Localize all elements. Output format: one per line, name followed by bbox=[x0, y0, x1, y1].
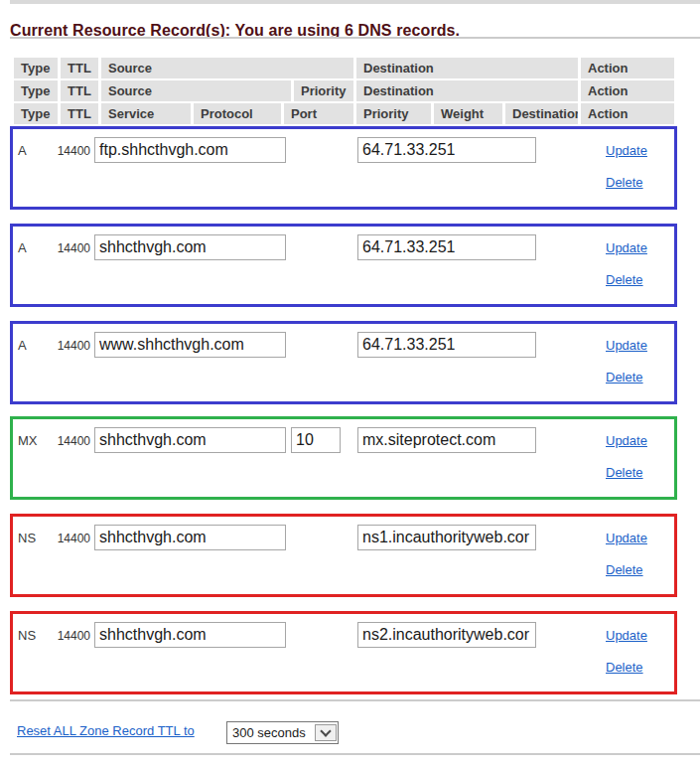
col-header-service: Service bbox=[101, 103, 191, 124]
header-row-mx: Type TTL Source Priority Destination Act… bbox=[14, 80, 674, 101]
col-header-type: Type bbox=[14, 80, 58, 101]
record-destination-input[interactable] bbox=[357, 427, 536, 453]
record-source-input[interactable] bbox=[94, 332, 286, 358]
dns-record: NS 14400 Update Delete bbox=[10, 514, 677, 597]
delete-link[interactable]: Delete bbox=[606, 175, 643, 190]
ttl-select-value: 300 seconds bbox=[227, 725, 306, 740]
record-ttl-label: 14400 bbox=[41, 434, 90, 448]
update-link[interactable]: Update bbox=[606, 143, 647, 158]
delete-link[interactable]: Delete bbox=[606, 562, 643, 577]
record-source-input[interactable] bbox=[94, 234, 286, 260]
col-header-priority: Priority bbox=[356, 103, 431, 124]
record-source-input[interactable] bbox=[94, 622, 286, 648]
header-row-simple: Type TTL Source Destination Action bbox=[14, 58, 674, 78]
col-header-action: Action bbox=[581, 58, 674, 78]
col-header-port: Port bbox=[284, 103, 353, 124]
record-type-label: A bbox=[18, 143, 27, 158]
record-source-input[interactable] bbox=[94, 137, 286, 163]
ttl-select[interactable]: 300 seconds bbox=[226, 721, 339, 744]
col-header-source: Source bbox=[101, 58, 353, 78]
col-header-type: Type bbox=[14, 58, 58, 78]
title-divider bbox=[10, 37, 700, 39]
record-destination-input[interactable] bbox=[357, 137, 536, 163]
col-header-priority: Priority bbox=[294, 80, 353, 101]
footer-divider-top bbox=[10, 699, 700, 701]
col-header-action: Action bbox=[581, 80, 674, 101]
col-header-weight: Weight bbox=[434, 103, 502, 124]
record-source-input[interactable] bbox=[94, 427, 286, 453]
record-destination-input[interactable] bbox=[357, 622, 536, 648]
reset-ttl-link[interactable]: Reset ALL Zone Record TTL to bbox=[17, 723, 195, 738]
delete-link[interactable]: Delete bbox=[606, 370, 643, 384]
header-row-srv: Type TTL Service Protocol Port Priority … bbox=[14, 103, 674, 124]
record-priority-input[interactable] bbox=[291, 427, 341, 453]
delete-link[interactable]: Delete bbox=[606, 272, 643, 287]
record-ttl-label: 14400 bbox=[41, 629, 90, 643]
record-type-label: A bbox=[18, 338, 27, 353]
chevron-down-icon bbox=[320, 725, 331, 736]
record-type-label: A bbox=[18, 240, 27, 255]
col-header-destination: Destination bbox=[356, 58, 578, 78]
delete-link[interactable]: Delete bbox=[606, 660, 643, 675]
col-header-action: Action bbox=[581, 103, 674, 124]
top-divider bbox=[10, 0, 700, 4]
col-header-ttl: TTL bbox=[61, 80, 98, 101]
record-destination-input[interactable] bbox=[357, 234, 536, 260]
update-link[interactable]: Update bbox=[606, 240, 647, 255]
col-header-protocol: Protocol bbox=[194, 103, 281, 124]
record-ttl-label: 14400 bbox=[41, 241, 90, 255]
col-header-type: Type bbox=[14, 103, 58, 124]
col-header-ttl: TTL bbox=[61, 58, 98, 78]
record-source-input[interactable] bbox=[94, 525, 286, 550]
record-type-label: MX bbox=[18, 433, 38, 448]
col-header-destination: Destination bbox=[356, 80, 578, 101]
update-link[interactable]: Update bbox=[606, 628, 647, 643]
dns-record: A 14400 Update Delete bbox=[10, 321, 677, 404]
update-link[interactable]: Update bbox=[606, 531, 647, 545]
delete-link[interactable]: Delete bbox=[606, 465, 643, 480]
dns-record: A 14400 Update Delete bbox=[10, 224, 677, 307]
record-type-label: NS bbox=[18, 628, 36, 643]
record-ttl-label: 14400 bbox=[41, 339, 90, 353]
col-header-ttl: TTL bbox=[61, 103, 98, 124]
update-link[interactable]: Update bbox=[606, 433, 647, 448]
record-ttl-label: 14400 bbox=[41, 532, 90, 545]
dns-record: MX 14400 Update Delete bbox=[10, 416, 677, 500]
record-ttl-label: 14400 bbox=[41, 144, 90, 158]
record-type-label: NS bbox=[18, 531, 36, 545]
dns-record: NS 14400 Update Delete bbox=[10, 611, 677, 694]
record-destination-input[interactable] bbox=[357, 332, 536, 358]
record-destination-input[interactable] bbox=[357, 525, 536, 550]
dns-record: A 14400 Update Delete bbox=[10, 126, 677, 210]
col-header-source: Source bbox=[101, 80, 291, 101]
update-link[interactable]: Update bbox=[606, 338, 647, 353]
footer-divider-bottom bbox=[10, 753, 700, 755]
select-dropdown-button[interactable] bbox=[315, 724, 337, 741]
col-header-destination: Destination bbox=[505, 103, 578, 124]
